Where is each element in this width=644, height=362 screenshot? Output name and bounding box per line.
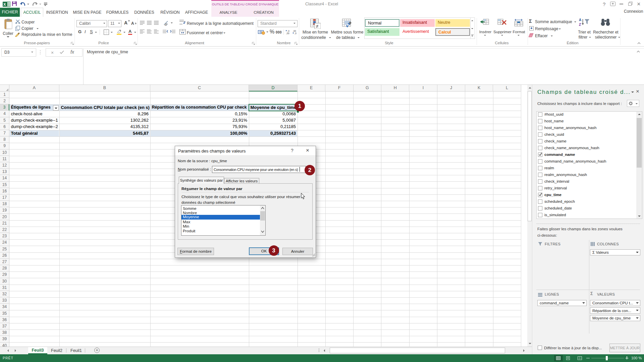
svg-text:Z: Z xyxy=(579,23,581,26)
svg-text:X: X xyxy=(3,2,6,6)
svg-text:≠: ≠ xyxy=(316,23,319,29)
svg-text:ab: ab xyxy=(164,22,168,26)
svg-text:A: A xyxy=(579,18,581,22)
